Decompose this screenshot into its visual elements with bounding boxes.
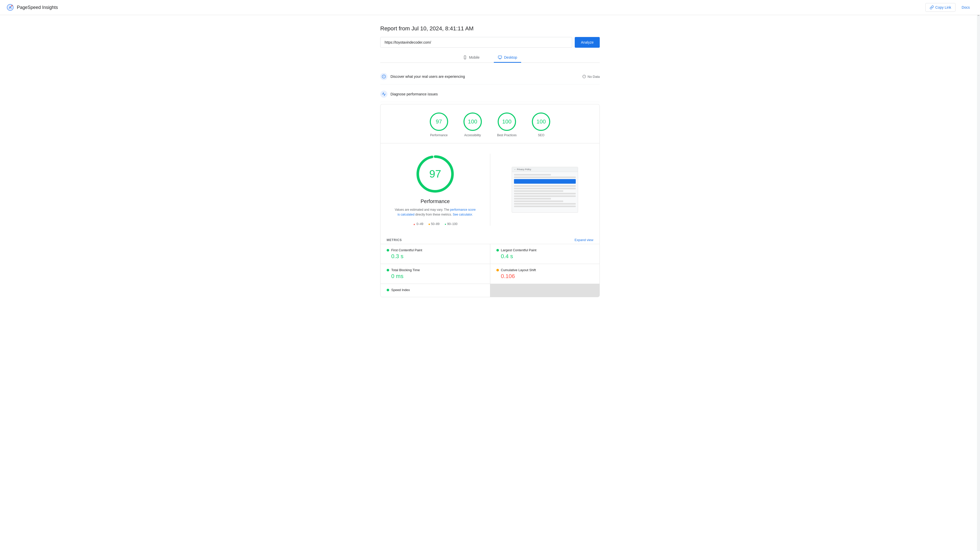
- diagnose-left: Diagnose performance issues: [380, 91, 438, 98]
- url-row: Analyze: [380, 37, 600, 48]
- discover-right: No Data: [582, 75, 600, 79]
- screenshot-line-4: [514, 185, 576, 187]
- screenshot-line-5: [514, 188, 576, 189]
- tab-mobile[interactable]: Mobile: [459, 53, 484, 63]
- pagespeed-logo-icon: [6, 3, 14, 11]
- legend-orange: 50–89: [428, 222, 439, 226]
- report-title: Report from Jul 10, 2024, 8:41:11 AM: [380, 25, 600, 32]
- score-circle-performance: 97: [430, 113, 448, 131]
- metric-si-name-row: Speed Index: [387, 288, 484, 292]
- metric-cls-dot: [496, 269, 499, 272]
- tab-mobile-label: Mobile: [469, 56, 479, 59]
- diagnose-section: Diagnose performance issues: [380, 86, 600, 102]
- score-label-best-practices: Best Practices: [497, 133, 517, 137]
- score-seo: 100 SEO: [532, 113, 550, 137]
- metric-lcp-dot: [496, 249, 499, 251]
- metric-cls-name-row: Cumulative Layout Shift: [496, 268, 593, 272]
- scores-row: 97 Performance 100 Accessibility 100 Bes…: [380, 104, 600, 143]
- expand-view-button[interactable]: Expand view: [574, 238, 593, 242]
- score-label-accessibility: Accessibility: [464, 133, 481, 137]
- metrics-grid: First Contentful Paint 0.3 s Largest Con…: [380, 244, 600, 297]
- score-circle-best-practices: 100: [498, 113, 516, 131]
- mobile-icon: [463, 56, 467, 59]
- metric-tbt-value: 0 ms: [387, 273, 484, 279]
- big-score-value: 97: [429, 168, 441, 180]
- screenshot-nav-text: ← Privacy Policy: [514, 168, 531, 171]
- metric-tbt-name: Total Blocking Time: [391, 268, 420, 272]
- metric-cls-name: Cumulative Layout Shift: [501, 268, 536, 272]
- perf-title: Performance: [421, 198, 450, 204]
- main-content: Report from Jul 10, 2024, 8:41:11 AM Ana…: [375, 15, 605, 313]
- score-value-accessibility: 100: [468, 118, 477, 125]
- link-icon: [930, 5, 934, 10]
- url-input[interactable]: [380, 37, 572, 48]
- score-value-performance: 97: [436, 118, 442, 125]
- metric-tbt: Total Blocking Time 0 ms: [380, 264, 490, 284]
- discover-text: Discover what your real users are experi…: [390, 75, 465, 79]
- diagnose-text: Diagnose performance issues: [390, 92, 438, 96]
- metric-fcp-name-row: First Contentful Paint: [387, 248, 484, 252]
- metric-lcp-value: 0.4 s: [496, 253, 593, 260]
- perf-description: Values are estimated and may vary. The p…: [394, 207, 476, 217]
- perf-right: ← Privacy Policy: [498, 154, 592, 226]
- screenshot-line-10: [514, 200, 563, 202]
- perf-left: 97 Performance Values are estimated and …: [389, 154, 482, 226]
- app-title: PageSpeed Insights: [17, 5, 58, 10]
- screenshot-preview: ← Privacy Policy: [512, 167, 578, 213]
- screenshot-line-3: [514, 179, 576, 184]
- score-circle-accessibility: 100: [463, 113, 482, 131]
- tab-desktop-label: Desktop: [504, 56, 517, 59]
- score-card: 97 Performance 100 Accessibility 100 Bes…: [380, 104, 600, 297]
- see-calculator-link[interactable]: See calculator.: [453, 213, 473, 216]
- metric-cls: Cumulative Layout Shift 0.106: [490, 264, 600, 284]
- svg-rect-2: [464, 56, 466, 59]
- legend-green: 90–100: [445, 222, 457, 226]
- screenshot-content: [512, 172, 578, 213]
- scrollbar[interactable]: [977, 0, 980, 313]
- analyze-button[interactable]: Analyze: [575, 37, 600, 48]
- score-value-best-practices: 100: [502, 118, 512, 125]
- header-actions: Copy Link Docs: [925, 3, 974, 12]
- screenshot-nav-bar: ← Privacy Policy: [512, 167, 578, 172]
- metric-lcp-name-row: Largest Contentful Paint: [496, 248, 593, 252]
- metrics-label: METRICS: [387, 238, 402, 242]
- legend-green-label: 90–100: [447, 222, 457, 226]
- metric-si: Speed Index: [380, 284, 490, 297]
- screenshot-line-2: [514, 176, 576, 178]
- big-score-wrapper: 97: [415, 154, 455, 194]
- svg-point-1: [11, 5, 13, 6]
- metric-cls-value: 0.106: [496, 273, 593, 279]
- screenshot-line-6: [514, 190, 563, 192]
- metric-lcp: Largest Contentful Paint 0.4 s: [490, 244, 600, 264]
- metric-fcp-dot: [387, 249, 389, 251]
- legend-red: 0–49: [413, 222, 423, 226]
- screenshot-line-9: [514, 198, 551, 200]
- metric-si-name: Speed Index: [391, 288, 410, 292]
- copy-link-button[interactable]: Copy Link: [925, 3, 956, 12]
- tab-desktop[interactable]: Desktop: [494, 53, 521, 63]
- svg-rect-4: [498, 56, 501, 58]
- score-label-performance: Performance: [430, 133, 448, 137]
- svg-point-0: [6, 4, 14, 11]
- screenshot-line-8: [514, 195, 576, 197]
- perf-divider: [490, 154, 490, 226]
- discover-left: Discover what your real users are experi…: [380, 73, 465, 80]
- screenshot-line-7: [514, 193, 576, 194]
- info-circle-icon: [582, 75, 586, 78]
- score-value-seo: 100: [536, 118, 546, 125]
- score-legend: 0–49 50–89 90–100: [413, 222, 457, 226]
- header: PageSpeed Insights Copy Link Docs: [0, 0, 980, 15]
- discover-icon: [380, 73, 387, 80]
- screenshot-line-12: [514, 206, 576, 207]
- legend-green-icon: [445, 222, 446, 226]
- score-best-practices: 100 Best Practices: [497, 113, 517, 137]
- metric-fcp-name: First Contentful Paint: [391, 248, 422, 252]
- metric-fcp-value: 0.3 s: [387, 253, 484, 260]
- diagnose-icon: [380, 91, 387, 98]
- docs-button[interactable]: Docs: [958, 3, 974, 11]
- screenshot-line-1: [514, 174, 551, 176]
- metric-tbt-dot: [387, 269, 389, 272]
- legend-red-icon: [413, 222, 415, 226]
- score-accessibility: 100 Accessibility: [463, 113, 482, 137]
- performance-detail: 97 Performance Values are estimated and …: [380, 143, 600, 234]
